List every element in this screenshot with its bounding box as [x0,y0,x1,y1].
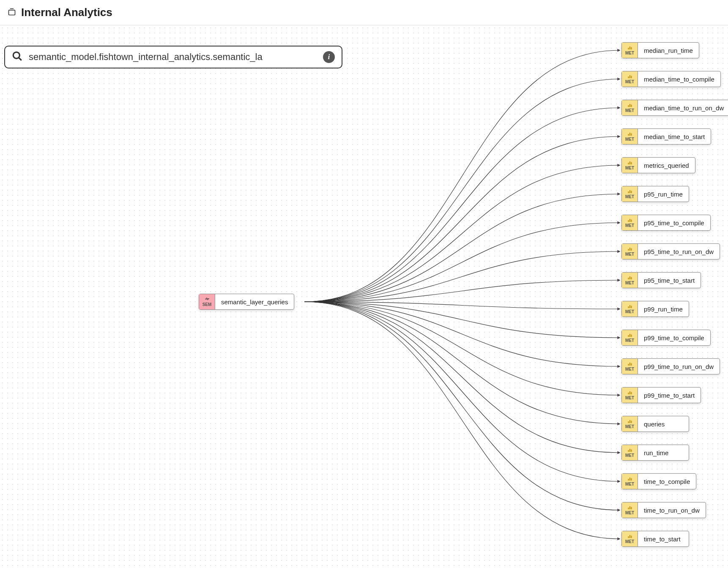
svg-rect-10 [628,105,629,107]
search-bar[interactable]: i [4,46,342,68]
met-badge: MET [622,186,638,202]
target-node[interactable]: METp95_time_to_start [621,272,701,288]
target-node[interactable]: METp95_time_to_run_on_dw [621,243,720,259]
svg-rect-0 [9,10,15,15]
svg-rect-21 [631,191,632,194]
edge [304,302,620,395]
edge [304,302,620,338]
node-label: median_time_to_run_on_dw [638,100,728,115]
target-node[interactable]: METp99_time_to_run_on_dw [621,358,720,374]
svg-rect-36 [631,335,632,337]
edge [304,302,620,309]
met-badge: MET [622,71,638,87]
node-label: p99_run_time [638,301,689,317]
badge-label: MET [625,453,634,458]
svg-rect-55 [628,536,629,538]
svg-rect-16 [628,163,629,164]
target-node[interactable]: METp99_time_to_start [621,387,701,403]
edge [304,108,620,302]
target-node[interactable]: METmedian_time_to_run_on_dw [621,100,728,116]
node-label: metrics_queried [638,158,695,173]
svg-rect-19 [628,191,629,193]
met-badge: MET [622,416,638,431]
badge-label: MET [625,396,634,400]
svg-rect-9 [631,76,632,79]
target-node[interactable]: METrun_time [621,445,689,461]
svg-rect-54 [631,507,632,510]
met-badge: MET [622,330,638,345]
target-node[interactable]: METmedian_time_to_compile [621,71,721,87]
target-node[interactable]: METqueries [621,416,689,432]
info-icon[interactable]: i [323,51,335,63]
met-badge: MET [622,531,638,546]
target-node[interactable]: METp95_time_to_compile [621,215,711,231]
badge-label: MET [625,424,634,429]
target-node[interactable]: METp99_run_time [621,301,689,317]
target-node[interactable]: METtime_to_run_on_dw [621,502,706,518]
svg-rect-25 [628,249,629,251]
edge [304,302,620,539]
badge-label: MET [625,511,634,515]
edge [304,302,620,481]
svg-rect-34 [628,335,629,337]
met-badge: MET [622,129,638,144]
svg-rect-35 [629,334,630,337]
edge [304,302,620,424]
node-label: p99_time_to_compile [638,330,710,345]
node-label: time_to_start [638,531,687,546]
target-node[interactable]: METp95_run_time [621,186,689,202]
met-badge: MET [622,359,638,374]
search-input[interactable] [29,52,317,63]
svg-rect-39 [631,363,632,366]
node-label: p99_time_to_run_on_dw [638,359,720,374]
svg-rect-27 [631,248,632,251]
svg-rect-4 [628,48,629,49]
node-label: p99_time_to_start [638,388,701,403]
svg-rect-46 [628,450,629,452]
target-node[interactable]: METtime_to_compile [621,473,696,489]
svg-rect-5 [629,46,630,49]
badge-label: MET [625,309,634,314]
met-badge: MET [622,100,638,115]
node-label: time_to_run_on_dw [638,502,706,518]
edge [304,302,620,366]
target-node[interactable]: METmetrics_queried [621,157,695,173]
project-icon [8,8,16,18]
source-node[interactable]: SEMsemantic_layer_queries [199,294,294,310]
lineage-canvas[interactable]: i SEMsemantic_layer_queriesMETmedian_run… [0,25,728,568]
edge [304,194,620,302]
svg-rect-31 [628,306,629,308]
met-badge: MET [622,388,638,403]
badge-label: MET [625,108,634,113]
svg-rect-56 [629,535,630,538]
target-node[interactable]: METmedian_time_to_start [621,128,711,145]
met-badge: MET [622,215,638,230]
edge [304,251,620,302]
met-badge: MET [622,474,638,489]
badge-label: MET [625,166,634,170]
met-badge: MET [622,502,638,518]
edge [304,50,620,302]
badge-label: MET [625,194,634,199]
edge [304,302,620,453]
svg-rect-44 [629,420,630,423]
svg-rect-48 [631,450,632,452]
svg-rect-41 [629,391,630,394]
svg-rect-53 [629,506,630,509]
badge-label: MET [625,51,634,55]
node-label: semantic_layer_queries [215,294,294,309]
met-badge: MET [622,158,638,173]
met-badge: MET [622,43,638,58]
page-title: Internal Analytics [21,6,112,19]
node-label: queries [638,416,671,431]
svg-rect-28 [628,278,629,279]
svg-rect-6 [631,47,632,50]
svg-rect-29 [629,276,630,279]
svg-rect-50 [629,478,630,481]
node-label: median_time_to_start [638,129,711,144]
target-node[interactable]: METmedian_run_time [621,42,699,58]
node-label: median_run_time [638,43,699,58]
target-node[interactable]: METp99_time_to_compile [621,330,711,346]
target-node[interactable]: METtime_to_start [621,531,689,547]
svg-rect-20 [629,190,630,193]
